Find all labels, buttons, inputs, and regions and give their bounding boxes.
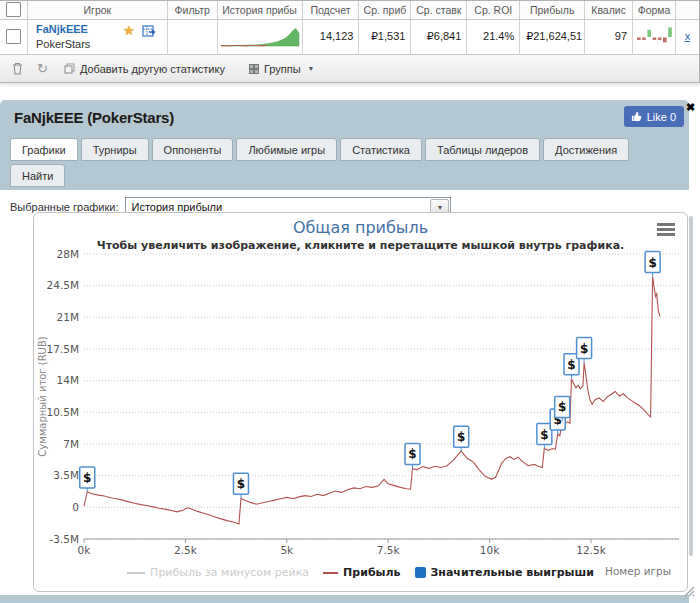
svg-text:$: $	[540, 428, 548, 442]
add-statistic-label: Добавить другую статистику	[80, 63, 225, 75]
svg-text:0k: 0k	[78, 544, 92, 556]
player-name-link[interactable]: FaNjkEEE	[36, 23, 88, 35]
panel-close-icon[interactable]: ✖	[686, 101, 695, 114]
player-stats-table: Игрок Фильтр История прибы Подсчет Ср. п…	[0, 0, 700, 83]
groups-button[interactable]: Группы ▼	[249, 63, 315, 75]
player-site-label: PokerStars	[36, 38, 90, 50]
header-avg-stake[interactable]: Ср. ставк	[411, 1, 467, 19]
count-value: 14,123	[303, 20, 360, 54]
form-cell	[633, 20, 676, 54]
svg-text:$: $	[237, 477, 245, 491]
add-statistic-button[interactable]: Добавить другую статистику	[64, 63, 225, 75]
profit-history-sparkline-cell	[218, 20, 303, 54]
svg-text:3.5M: 3.5M	[53, 469, 79, 481]
svg-text:10k: 10k	[480, 544, 500, 556]
legend-line-swatch-gray	[127, 572, 145, 574]
copy-icon	[64, 63, 75, 74]
player-row: FaNjkEEE PokerStars ★ 14,123 ₽1,531 ₽	[0, 20, 699, 55]
avg-roi-value: 21.4%	[467, 20, 520, 54]
remove-row-link[interactable]: x	[676, 20, 699, 54]
export-table-icon[interactable]	[142, 24, 157, 42]
x-axis-title: Номер игры	[605, 565, 671, 577]
svg-text:21M: 21M	[57, 311, 79, 323]
page: Игрок Фильтр История прибы Подсчет Ср. п…	[0, 0, 700, 603]
chart-legend: Прибыль за минусом рейка Прибыль Значите…	[34, 566, 687, 579]
legend-line-swatch-red	[323, 572, 338, 574]
legend-square-swatch-blue	[415, 567, 426, 578]
trash-icon[interactable]	[12, 62, 23, 75]
header-spacer	[676, 1, 699, 19]
tab-find[interactable]: Найти	[10, 164, 65, 187]
header-avg-roi[interactable]: Ср. ROI	[467, 1, 520, 19]
svg-text:14M: 14M	[57, 374, 79, 386]
legend-label-significant-wins: Значительные выигрыши	[431, 566, 594, 579]
header-player[interactable]: Игрок	[28, 1, 168, 19]
header-qualif[interactable]: Квалис	[585, 1, 633, 19]
svg-text:$: $	[567, 358, 575, 372]
profit-sparkline	[220, 24, 300, 50]
legend-label-rake-adjusted: Прибыль за минусом рейка	[150, 566, 309, 579]
tab-leaderboards[interactable]: Таблицы лидеров	[425, 138, 540, 161]
svg-text:7.5k: 7.5k	[377, 544, 401, 556]
favorite-star-icon[interactable]: ★	[123, 23, 135, 38]
groups-caret-icon: ▼	[308, 65, 315, 72]
profit-value: ₽21,624,51	[520, 20, 585, 54]
svg-text:$: $	[580, 342, 588, 356]
resize-handle-icon[interactable]	[683, 583, 695, 601]
form-mini-chart	[635, 25, 673, 49]
svg-text:$: $	[648, 256, 656, 270]
header-profit[interactable]: Прибыль	[520, 1, 585, 19]
stats-table-header-row: Игрок Фильтр История прибы Подсчет Ср. п…	[0, 1, 699, 20]
tab-tournaments[interactable]: Турниры	[81, 138, 149, 161]
legend-label-profit: Прибыль	[343, 566, 400, 579]
svg-text:Суммарный итог (RUB): Суммарный итог (RUB)	[37, 336, 48, 456]
svg-text:10.5M: 10.5M	[47, 406, 79, 418]
thumb-up-icon	[631, 111, 642, 122]
svg-text:24.5M: 24.5M	[47, 279, 79, 291]
chart-menu-icon[interactable]	[657, 223, 675, 238]
filter-cell[interactable]	[168, 20, 218, 54]
svg-text:17.5M: 17.5M	[47, 343, 79, 355]
tab-achievements[interactable]: Достижения	[543, 138, 629, 161]
legend-item-significant-wins[interactable]: Значительные выигрыши	[415, 566, 594, 579]
legend-item-rake-adjusted[interactable]: Прибыль за минусом рейка	[127, 566, 309, 579]
svg-text:$: $	[83, 471, 91, 485]
svg-text:-3.5M: -3.5M	[49, 533, 79, 545]
svg-text:2.5k: 2.5k	[174, 544, 198, 556]
profit-chart-svg[interactable]: -3.5M03.5M7M10.5M14M17.5M21M24.5M28M0k2.…	[34, 213, 687, 591]
groups-grid-icon	[249, 64, 259, 74]
player-row-checkbox[interactable]	[6, 29, 21, 44]
header-form[interactable]: Форма	[633, 1, 676, 19]
panel-title: FaNjkEEE (PokerStars)	[14, 109, 174, 126]
avg-profit-value: ₽1,531	[359, 20, 411, 54]
header-count[interactable]: Подсчет	[303, 1, 360, 19]
legend-item-profit[interactable]: Прибыль	[323, 566, 400, 579]
header-profit-history[interactable]: История прибы	[218, 1, 303, 19]
chart-title: Общая прибыль	[34, 218, 687, 237]
tab-favorite-games[interactable]: Любимые игры	[236, 138, 337, 161]
svg-text:5k: 5k	[280, 544, 294, 556]
table-toolbar: ↻ Добавить другую статистику Группы ▼	[0, 55, 699, 82]
tab-charts[interactable]: Графики	[10, 138, 78, 161]
svg-text:$: $	[408, 447, 416, 461]
avg-stake-value: ₽6,841	[411, 20, 467, 54]
like-label: Like 0	[647, 111, 676, 123]
svg-text:$: $	[457, 430, 465, 444]
profit-chart-container[interactable]: -3.5M03.5M7M10.5M14M17.5M21M24.5M28M0k2.…	[33, 212, 688, 592]
vertical-scrollbar-thumb[interactable]	[689, 216, 693, 556]
svg-text:$: $	[558, 400, 566, 414]
tab-opponents[interactable]: Оппоненты	[152, 138, 234, 161]
tab-statistics[interactable]: Статистика	[340, 138, 422, 161]
select-all-checkbox[interactable]	[6, 2, 21, 17]
header-filter[interactable]: Фильтр	[168, 1, 218, 19]
facebook-like-button[interactable]: Like 0	[624, 106, 684, 127]
svg-text:0: 0	[72, 501, 79, 513]
qualif-value: 97	[585, 20, 633, 54]
refresh-icon[interactable]: ↻	[37, 62, 48, 75]
chart-subtitle: Чтобы увеличить изображение, кликните и …	[34, 239, 687, 252]
svg-text:7M: 7M	[63, 438, 79, 450]
svg-text:12.5k: 12.5k	[576, 544, 606, 556]
groups-label: Группы	[264, 63, 301, 75]
header-avg-profit[interactable]: Ср. приб	[359, 1, 411, 19]
